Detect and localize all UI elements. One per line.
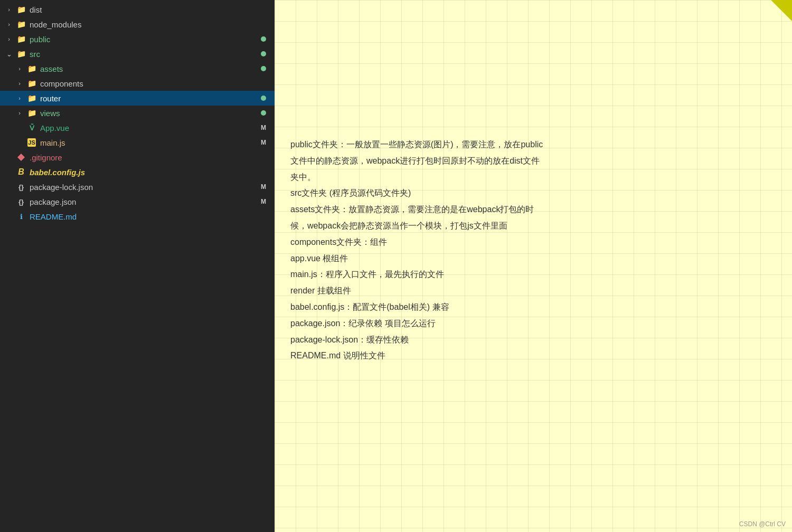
file-label: .gitignore [30, 153, 275, 162]
arrow-icon [4, 153, 14, 162]
babel-icon: B [16, 167, 26, 177]
folder-collapsed-icon: 📁 [26, 63, 37, 74]
arrow-icon: › [15, 108, 24, 118]
file-label: App.vue [40, 124, 261, 132]
file-dot [261, 96, 266, 101]
json-icon: {} [16, 196, 26, 207]
file-item-package-lock.json[interactable]: {}package-lock.jsonM [0, 179, 275, 194]
note-line: package.json：纪录依赖 项目怎么运行 [290, 316, 776, 331]
readme-icon: ℹ [16, 211, 26, 222]
file-explorer: ›📁dist›📁node_modules›📁public⌄📁src›📁asset… [0, 0, 275, 532]
folder-collapsed-icon: 📁 [26, 93, 37, 103]
note-line: babel.config.js：配置文件(babel相关) 兼容 [290, 300, 776, 315]
file-item-assets[interactable]: ›📁assets [0, 61, 275, 76]
vue-icon: V̄ [26, 122, 37, 133]
file-label: dist [30, 5, 275, 14]
file-badge: M [261, 139, 266, 146]
arrow-icon: › [15, 93, 24, 103]
arrow-icon: › [4, 34, 14, 44]
file-dot [261, 66, 266, 71]
file-dot [261, 51, 266, 56]
file-label: views [40, 109, 261, 118]
note-panel: public文件夹：一般放置一些静态资源(图片)，需要注意，放在public文件… [275, 0, 792, 532]
file-badge: M [261, 198, 266, 205]
file-label: node_modules [30, 20, 275, 29]
note-line: app.vue 根组件 [290, 251, 776, 267]
file-item-README.md[interactable]: ℹREADME.md [0, 209, 275, 224]
file-dot [261, 36, 266, 42]
note-line: src文件夹 (程序员源代码文件夹) [290, 186, 776, 201]
note-line: components文件夹：组件 [290, 235, 776, 250]
file-item-babel.config.js[interactable]: Bbabel.config.js [0, 165, 275, 179]
file-item-package.json[interactable]: {}package.jsonM [0, 194, 275, 209]
folder-collapsed-icon: 📁 [16, 4, 26, 15]
note-line: assets文件夹：放置静态资源，需要注意的是在webpack打包的时 [290, 202, 776, 217]
note-line: main.js：程序入口文件，最先执行的文件 [290, 267, 776, 282]
watermark: CSDN @Ctrl CV [739, 520, 786, 528]
file-item-dist[interactable]: ›📁dist [0, 2, 275, 17]
file-badge: M [261, 183, 266, 191]
arrow-icon: › [4, 5, 14, 14]
file-item-node_modules[interactable]: ›📁node_modules [0, 17, 275, 32]
arrow-icon [4, 182, 14, 192]
note-line: 夹中。 [290, 170, 776, 185]
note-line: README.md 说明性文件 [290, 348, 776, 364]
json-icon: {} [16, 182, 26, 192]
arrow-icon: › [4, 20, 14, 29]
arrow-icon [4, 212, 14, 221]
file-item-App.vue[interactable]: V̄App.vueM [0, 120, 275, 135]
file-item-.gitignore[interactable]: .gitignore [0, 150, 275, 165]
arrow-icon [15, 123, 24, 132]
js-icon: JS [26, 137, 37, 148]
file-label: components [40, 79, 275, 88]
arrow-icon [4, 167, 14, 177]
file-item-main.js[interactable]: JSmain.jsM [0, 135, 275, 150]
file-label: router [40, 94, 261, 103]
git-icon [16, 152, 26, 163]
file-item-components[interactable]: ›📁components [0, 76, 275, 91]
folder-collapsed-icon: 📁 [26, 78, 37, 89]
file-label: package.json [30, 197, 261, 206]
note-line: public文件夹：一般放置一些静态资源(图片)，需要注意，放在public [290, 137, 776, 153]
arrow-icon: › [15, 64, 24, 73]
file-label: main.js [40, 138, 261, 147]
file-item-src[interactable]: ⌄📁src [0, 46, 275, 61]
folder-expanded-icon: 📁 [16, 49, 26, 59]
folder-collapsed-icon: 📁 [16, 34, 26, 44]
arrow-icon: › [15, 79, 24, 88]
note-line: package-lock.json：缓存性依赖 [290, 332, 776, 348]
file-label: assets [40, 64, 261, 73]
file-label: babel.config.js [30, 168, 275, 177]
file-item-views[interactable]: ›📁views [0, 106, 275, 120]
arrow-icon: ⌄ [4, 49, 14, 59]
note-line: 候，webpack会把静态资源当作一个模块，打包js文件里面 [290, 218, 776, 234]
note-content: public文件夹：一般放置一些静态资源(图片)，需要注意，放在public文件… [290, 11, 776, 364]
note-line: 文件中的静态资源，webpack进行打包时回原封不动的放在dist文件 [290, 154, 776, 169]
arrow-icon [4, 197, 14, 206]
folder-collapsed-icon: 📁 [16, 19, 26, 30]
file-label: src [30, 50, 261, 59]
file-badge: M [261, 124, 266, 131]
folder-collapsed-icon: 📁 [26, 108, 37, 118]
file-item-public[interactable]: ›📁public [0, 32, 275, 46]
file-item-router[interactable]: ›📁router [0, 91, 275, 106]
file-dot [261, 110, 266, 116]
arrow-icon [15, 138, 24, 147]
file-label: package-lock.json [30, 183, 261, 192]
note-line: render 挂载组件 [290, 283, 776, 299]
svg-marker-0 [17, 154, 25, 161]
file-label: README.md [30, 212, 275, 221]
file-label: public [30, 35, 261, 44]
